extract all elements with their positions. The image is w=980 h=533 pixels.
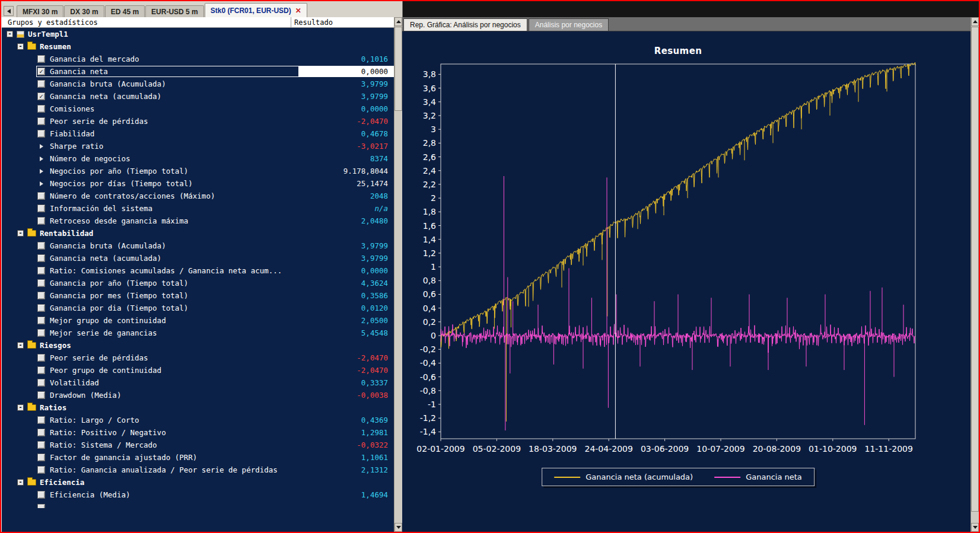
expand-arrow-icon[interactable]	[37, 144, 45, 149]
expand-arrow-icon[interactable]	[37, 169, 45, 174]
collapse-icon[interactable]: -	[7, 31, 13, 37]
group-row-riesgos[interactable]: -Riesgos	[2, 339, 394, 352]
scrollbar-thumb[interactable]	[971, 27, 979, 512]
stat-checkbox[interactable]	[37, 205, 45, 212]
scrollbar-track[interactable]	[394, 26, 402, 523]
stat-label: Ganancia neta	[50, 67, 108, 76]
document-tab-stk0-fcr01-eur-usd[interactable]: Stk0 (FCR01, EUR-USD)✕	[205, 3, 307, 17]
stat-checkbox[interactable]	[37, 242, 45, 250]
stat-row-ganancia-por-a-o-tiempo-total[interactable]: Ganancia por año (Tiempo total)4,3624	[2, 277, 394, 289]
stat-checkbox[interactable]	[37, 55, 45, 63]
stat-row-ratio-largo-corto[interactable]: Ratio: Largo / Corto0,4369	[2, 414, 394, 426]
stat-row-factor-de-ganancia-ajustado-prr[interactable]: Factor de ganancia ajustado (PRR)1,1061	[2, 451, 394, 464]
stat-row-negocios-por-d-as-tiempo-total[interactable]: Negocios por días (Tiempo total)25,1474	[2, 177, 394, 190]
document-tab-mfxi-30-m[interactable]: MFXI 30 m	[17, 5, 63, 17]
arrow-up-icon	[973, 20, 978, 23]
collapse-icon[interactable]: -	[17, 479, 24, 486]
stat-checkbox[interactable]	[37, 454, 45, 461]
stat-row-retroceso-desde-ganancia-m-xima[interactable]: Retroceso desde ganancia máxima2,0480	[2, 215, 394, 227]
stat-checkbox[interactable]	[37, 254, 45, 262]
stat-row-mejor-serie-de-ganancias[interactable]: Mejor serie de ganancias5,4548	[2, 327, 394, 339]
stat-checkbox[interactable]	[37, 379, 45, 387]
stat-checkbox-checked[interactable]: ✓	[37, 68, 45, 75]
scrollbar-track[interactable]	[971, 26, 979, 523]
chart-tab-rep-gr-fica-an-lisis-por-negocios[interactable]: Rep. Gráfica: Análisis por negocios	[403, 18, 527, 31]
stat-checkbox-checked[interactable]: ✓	[37, 92, 45, 100]
stat-checkbox[interactable]	[37, 130, 45, 138]
stat-checkbox[interactable]	[37, 279, 45, 287]
stat-row-volatilidad[interactable]: Volatilidad0,3337	[2, 376, 394, 389]
tab-close-icon[interactable]: ✕	[295, 7, 301, 14]
chart-plot[interactable]: 3,83,63,43,232,82,62,42,221,81,61,41,210…	[402, 31, 971, 532]
stat-row-ganancia-neta-acumulada[interactable]: Ganancia neta (acumulada)3,9799	[2, 252, 394, 264]
chart-area[interactable]: 3,83,63,43,232,82,62,42,221,81,61,41,210…	[402, 31, 971, 532]
stat-row-informaci-n-del-sistema[interactable]: Información del sisteman/a	[2, 202, 394, 215]
stat-checkbox[interactable]	[37, 105, 45, 113]
stat-row-mejor-grupo-de-continuidad[interactable]: Mejor grupo de continuidad2,0500	[2, 314, 394, 327]
expand-arrow-icon[interactable]	[37, 157, 45, 161]
stat-row-negocios-por-a-o-tiempo-total[interactable]: Negocios por año (Tiempo total)9.178,804…	[2, 165, 394, 177]
chart-tab-an-lisis-por-negocios[interactable]: Análisis por negocios	[529, 18, 609, 31]
collapse-icon[interactable]: -	[17, 43, 24, 50]
stat-row-ganancia-del-mercado[interactable]: Ganancia del mercado0,1016	[2, 53, 394, 65]
stat-row-label-area: Mejor serie de ganancias	[36, 327, 299, 339]
stat-checkbox[interactable]	[37, 80, 45, 88]
stat-row-peor-serie-de-p-rdidas[interactable]: Peor serie de pérdidas-2,0470	[2, 352, 394, 364]
stat-checkbox[interactable]	[37, 317, 45, 324]
group-row-ratios[interactable]: -Ratios	[2, 401, 394, 414]
stat-checkbox[interactable]	[37, 416, 45, 424]
stat-row-n-mero-de-negocios[interactable]: Número de negocios8374	[2, 152, 394, 165]
stat-checkbox[interactable]	[37, 192, 45, 200]
group-row-rentabilidad[interactable]: -Rentabilidad	[2, 227, 394, 240]
stat-row-ganancia-bruta-acumulada[interactable]: Ganancia bruta (Acumulada)3,9799	[2, 240, 394, 252]
stat-row-ganancia-neta[interactable]: ✓Ganancia neta0,0000	[2, 65, 394, 78]
group-row-resumen[interactable]: -Resumen	[2, 40, 394, 53]
stat-row-ratio-comisiones-acumuladas-ganancia-neta-acum[interactable]: Ratio: Comisiones acumuladas / Ganancia …	[2, 264, 394, 277]
tab-scroll-left-button[interactable]	[4, 6, 14, 16]
stat-checkbox[interactable]	[37, 292, 45, 299]
collapse-icon[interactable]: -	[17, 404, 24, 411]
stat-row-ganancia-bruta-acumulada[interactable]: Ganancia bruta (Acumulada)3,9799	[2, 78, 394, 90]
stat-checkbox[interactable]	[37, 491, 45, 499]
document-tab-dx-30-m[interactable]: DX 30 m	[64, 5, 104, 17]
stat-checkbox[interactable]	[37, 304, 45, 312]
stat-checkbox[interactable]	[37, 504, 45, 508]
stat-checkbox[interactable]	[37, 429, 45, 436]
stat-row-peor-serie-de-p-rdidas[interactable]: Peor serie de pérdidas-2,0470	[2, 115, 394, 127]
stat-row-drawdown-media[interactable]: Drawdown (Media)-0,0038	[2, 389, 394, 401]
stat-checkbox[interactable]	[37, 329, 45, 337]
scroll-down-button[interactable]	[971, 523, 979, 532]
stat-row-ratio-ganancia-anualizada-peor-serie-de-p-rdidas[interactable]: Ratio: Ganancia anualizada / Peor serie …	[2, 464, 394, 476]
tree-root-row[interactable]: - UsrTempl1	[2, 28, 394, 40]
stat-row-partial[interactable]	[2, 501, 394, 508]
stat-checkbox[interactable]	[37, 441, 45, 449]
stat-row-ratio-sistema-mercado[interactable]: Ratio: Sistema / Mercado-0,0322	[2, 439, 394, 451]
collapse-icon[interactable]: -	[17, 230, 24, 237]
collapse-icon[interactable]: -	[17, 342, 24, 349]
stat-row-comisiones[interactable]: Comisiones0,0000	[2, 103, 394, 115]
stat-row-ratio-positivo-negativo[interactable]: Ratio: Positivo / Negativo1,2981	[2, 426, 394, 439]
document-tab-ed-45-m[interactable]: ED 45 m	[105, 5, 145, 17]
stat-row-ganancia-neta-acumulada[interactable]: ✓Ganancia neta (acumulada)3,9799	[2, 90, 394, 103]
stat-row-ganancia-por-dia-tiempo-total[interactable]: Ganancia por dia (Tiempo total)0,0120	[2, 302, 394, 314]
scroll-up-button[interactable]	[971, 17, 979, 26]
stat-checkbox[interactable]	[37, 267, 45, 275]
stat-checkbox[interactable]	[37, 117, 45, 125]
stat-row-peor-grupo-de-continuidad[interactable]: Peor grupo de continuidad-2,0470	[2, 364, 394, 376]
stat-row-sharpe-ratio[interactable]: Sharpe ratio-3,0217	[2, 140, 394, 152]
stat-checkbox[interactable]	[37, 366, 45, 374]
scroll-up-button[interactable]	[394, 17, 402, 26]
scroll-down-button[interactable]	[394, 523, 402, 532]
stat-row-eficiencia-media[interactable]: Eficiencia (Media)1,4694	[2, 489, 394, 501]
stat-row-n-mero-de-contratos-acciones-m-ximo[interactable]: Número de contratos/acciones (Máximo)204…	[2, 190, 394, 202]
stat-checkbox[interactable]	[37, 354, 45, 362]
stat-row-ganancia-por-mes-tiempo-total[interactable]: Ganancia por mes (Tiempo total)0,3586	[2, 289, 394, 302]
scrollbar-thumb[interactable]	[394, 27, 402, 111]
stat-checkbox[interactable]	[37, 466, 45, 474]
document-tab-eur-usd-5-m[interactable]: EUR-USD 5 m	[145, 5, 204, 17]
group-row-eficiencia[interactable]: -Eficiencia	[2, 476, 394, 489]
stat-row-fiabilidad[interactable]: Fiabilidad0,4678	[2, 127, 394, 140]
stat-checkbox[interactable]	[37, 217, 45, 225]
stat-checkbox[interactable]	[37, 391, 45, 399]
expand-arrow-icon[interactable]	[37, 181, 45, 186]
